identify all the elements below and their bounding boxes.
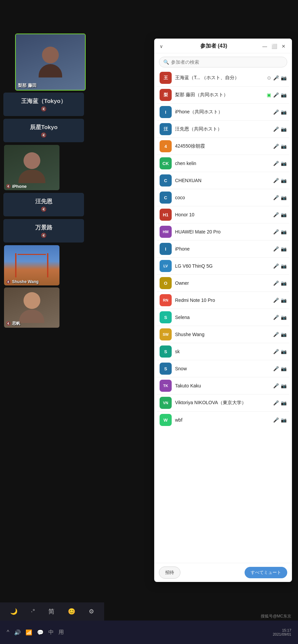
record-icon: ⊙ [267, 75, 271, 80]
avatar: O [160, 277, 172, 289]
avatar: S [160, 311, 172, 323]
participant-icons: 🎤 📷 [273, 315, 287, 320]
participant-item: S sk 🎤 📷 [157, 343, 289, 360]
participant-icons: 🎤 📷 [273, 298, 287, 303]
name-tile-text-wanjinglu: 万景路 [7, 224, 81, 231]
cam-slash-icon: 📷 [281, 332, 287, 337]
taskbar-volume-icon[interactable]: 🔊 [14, 629, 21, 636]
participant-icons: 🎤 📷 [273, 195, 287, 200]
dot-icon[interactable]: ·° [31, 608, 35, 615]
participant-name: Selena [175, 315, 270, 320]
participant-name: Takuto Kaku [175, 383, 270, 388]
avatar: RN [160, 294, 172, 306]
mic-slash-icon: 🎤 [273, 212, 279, 217]
avatar: 4 [160, 140, 172, 152]
participant-name: Redmi Note 10 Pro [175, 298, 270, 303]
mic-slash-icon: 🎤 [273, 400, 279, 406]
participant-icons: 🎤 📷 [273, 246, 287, 252]
avatar: CK [160, 157, 172, 169]
mic-slash-icon: 🎤 [273, 246, 279, 252]
search-input[interactable] [171, 59, 283, 65]
mic-slash-icon: 🎤 [273, 195, 279, 200]
mute-icon-iphone: 🔇 [6, 184, 11, 189]
taskbar-network-icon[interactable]: 📶 [26, 629, 32, 636]
participant-name: CHENXUAN [175, 178, 270, 183]
participant-icons: 🎤 📷 [273, 349, 287, 354]
video-tile-sifan: 🔇 思帆 [4, 287, 59, 328]
participant-icons: 🎤 📷 [273, 263, 287, 269]
invite-button[interactable]: 招待 [159, 567, 180, 579]
video-tile-rina-fujita: 梨那 藤田 [15, 34, 86, 91]
participant-item: HM HUAWEI Mate 20 Pro 🎤 📷 [157, 223, 289, 240]
cam-slash-icon: 📷 [281, 315, 287, 320]
tile-label-shushe: Shushe Wang [12, 279, 39, 284]
participant-icons: 🎤 📷 [273, 229, 287, 234]
participant-item: C CHENXUAN 🎤 📷 [157, 172, 289, 189]
avatar: I [160, 106, 172, 118]
participant-icons: 🎤 📷 [273, 126, 287, 132]
mute-icon-shushe: 🔇 [6, 280, 11, 284]
participant-list: 王 王海蓝（T... （ホスト、自分） ⊙ 🎤̶ 📷̶ 梨 梨那 藤田（共同ホス… [154, 69, 292, 563]
simplified-chinese-icon[interactable]: 简 [48, 607, 54, 615]
search-bar[interactable]: 🔍 [159, 57, 287, 67]
participant-item: LV LG V60 ThinQ 5G 🎤 📷 [157, 258, 289, 275]
tile-label-sifan: 思帆 [12, 321, 20, 326]
cam-slash-icon: 📷 [281, 178, 287, 183]
participant-item: C coco 🎤 📷 [157, 189, 289, 206]
name-tile-text-wang-xianen: 汪先恩 [7, 198, 81, 205]
cam-slash-icon: 📷 [281, 144, 287, 149]
participant-name: Viktoriya NIKOLOVA（東京大学） [175, 400, 270, 406]
video-toolbar: 🌙 ·° 简 😊 ⚙ [0, 602, 104, 621]
cam-slash-icon: 📷 [281, 366, 287, 371]
minimize-button[interactable]: — [262, 44, 268, 49]
taskbar-lang-icon[interactable]: 中 [48, 629, 54, 636]
name-tile-text-chenxing: 辰星Tokyo [7, 123, 81, 131]
taskbar-clock: 15:17 2021/09/01 [273, 628, 291, 636]
participant-item: W wbf 🎤 📷 [157, 412, 289, 428]
participant-item: 王 王海蓝（T... （ホスト、自分） ⊙ 🎤̶ 📷̶ [157, 69, 289, 87]
avatar: TK [160, 380, 172, 392]
close-button[interactable]: ✕ [281, 44, 287, 49]
screen-share-icon: ▣ [267, 92, 271, 98]
participant-item: H1 Honor 10 🎤 📷 [157, 206, 289, 223]
participant-name: LG V60 ThinQ 5G [175, 263, 270, 269]
video-tile-shushe: 🔇 Shushe Wang [4, 245, 59, 285]
mute-all-button[interactable]: すべてミュート [245, 567, 287, 578]
participant-name: Shushe Wang [175, 332, 270, 337]
avatar: LV [160, 260, 172, 272]
collapse-button[interactable]: ∨ [160, 44, 163, 49]
mic-slash-icon: 🎤 [273, 161, 279, 166]
panel-footer: 招待 すべてミュート [154, 563, 292, 582]
mic-slash-icon: 🎤 [273, 417, 279, 423]
mic-slash-icon: 🎤 [273, 366, 279, 371]
mic-slash-icon: 🎤 [273, 349, 279, 354]
mic-slash-icon: 🎤 [273, 229, 279, 234]
participant-item: 汪 汪先恩（共同ホスト） 🎤 📷 [157, 121, 289, 138]
participant-icons: 🎤 📷 [273, 332, 287, 337]
mic-icon: 🎤 [273, 92, 279, 98]
cam-slash-icon: 📷 [281, 298, 287, 303]
taskbar-chat-icon[interactable]: 💬 [37, 629, 44, 636]
participant-item: S Snow 🎤 📷 [157, 360, 289, 377]
moon-icon[interactable]: 🌙 [10, 608, 17, 615]
avatar: 汪 [160, 123, 172, 135]
tile-label-rina: 梨那 藤田 [18, 83, 37, 89]
participant-icons: ⊙ 🎤̶ 📷̶ [267, 75, 287, 80]
mute-icon-wang-xianen: 🔇 [7, 207, 81, 212]
mic-slash-icon: 🎤 [273, 383, 279, 388]
participant-name: Honor 10 [175, 212, 270, 217]
settings-icon[interactable]: ⚙ [89, 608, 94, 615]
mic-slash-icon: 🎤 [273, 178, 279, 183]
avatar: S [160, 345, 172, 358]
emoji-icon[interactable]: 😊 [68, 608, 75, 615]
left-video-panel: 梨那 藤田 王海蓝（Tokyo） 🔇 辰星Tokyo 🔇 🔇 iPhone 汪先… [0, 27, 101, 597]
mic-slash-icon: 🎤 [273, 126, 279, 132]
participant-item: VN Viktoriya NIKOLOVA（東京大学） 🎤 📷 [157, 394, 289, 412]
search-icon: 🔍 [163, 59, 169, 65]
name-tile-text: 王海蓝（Tokyo） [7, 97, 81, 105]
window-controls: — ⬜ ✕ [262, 44, 287, 49]
maximize-button[interactable]: ⬜ [271, 44, 277, 49]
participant-name: 424550徐朝霞 [175, 143, 270, 149]
taskbar-input-icon[interactable]: 用 [58, 629, 64, 636]
avatar: HM [160, 226, 172, 238]
